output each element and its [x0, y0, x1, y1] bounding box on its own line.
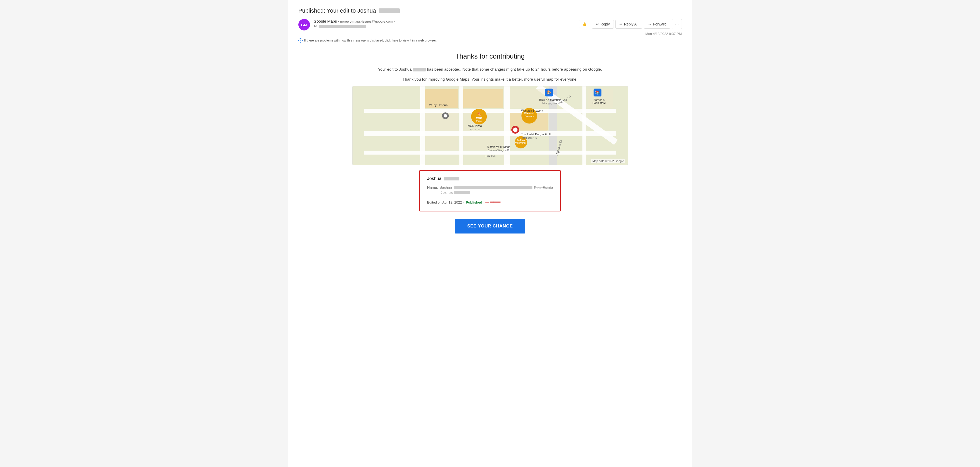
card-row: Joshua Name: Joshua Real Estate Joshua [352, 170, 628, 211]
svg-rect-11 [425, 113, 458, 130]
body-paragraph2: Thank you for improving Google Maps! You… [304, 76, 677, 83]
svg-text:Wasatch Brewery: Wasatch Brewery [521, 109, 543, 112]
email-body: Thanks for contributing Your edit to Jos… [298, 52, 682, 234]
reply-all-icon: ↩ [619, 22, 622, 26]
map-credit: Map data ©2022 Google [591, 159, 625, 163]
avatar: GM [298, 19, 310, 30]
svg-rect-13 [463, 89, 503, 108]
name-redacted-inline [413, 68, 426, 71]
to-label: To [313, 24, 317, 28]
reply-button[interactable]: ↩ Reply [592, 20, 614, 29]
sender-name: Google Maps [313, 19, 337, 23]
field-new-value: Joshua [441, 191, 553, 195]
svg-text:The Habit Burger Grill: The Habit Burger Grill [521, 132, 550, 136]
svg-text:Art supply store: Art supply store [541, 102, 559, 105]
forward-button[interactable]: → Forward [644, 20, 670, 29]
svg-text:21 by Urbana: 21 by Urbana [429, 103, 448, 106]
svg-rect-12 [425, 136, 458, 150]
field-old-value: Joshua Real Estate [440, 186, 553, 190]
more-button[interactable]: ··· [672, 19, 682, 29]
info-text: If there are problems with how this mess… [304, 39, 437, 42]
sender-info: Google Maps <noreply-maps-issues@google.… [313, 19, 395, 28]
header-right: 👍 ↩ Reply ↩ Reply All → Forward ··· [579, 19, 682, 36]
card-title: Joshua [427, 176, 553, 181]
sender-name-email: Google Maps <noreply-maps-issues@google.… [313, 19, 395, 24]
svg-text:Barnes &: Barnes & [593, 98, 605, 102]
arrow-indicator: ←━━━ [484, 199, 500, 206]
subject-text: Published: Your edit to Joshua [298, 7, 376, 14]
like-button[interactable]: 👍 [579, 20, 590, 29]
svg-text:📚: 📚 [595, 90, 600, 95]
more-icon: ··· [675, 21, 679, 27]
sender-section: GM Google Maps <noreply-maps-issues@goog… [298, 19, 395, 30]
reply-icon: ↩ [596, 22, 599, 26]
info-bar: i If there are problems with how this me… [298, 38, 682, 43]
svg-text:Pizza: Pizza [476, 120, 482, 122]
content-card: Joshua Name: Joshua Real Estate Joshua [419, 170, 561, 211]
svg-text:MOD: MOD [476, 116, 482, 119]
forward-icon: → [648, 22, 651, 26]
svg-rect-8 [364, 131, 616, 136]
svg-text:Pizza · $: Pizza · $ [470, 128, 480, 131]
body-paragraph1: Your edit to Joshua has been accepted. N… [304, 66, 677, 73]
svg-text:Wild Wings: Wild Wings [515, 141, 527, 144]
see-change-button[interactable]: SEE YOUR CHANGE [455, 219, 525, 234]
subject-redacted [379, 8, 400, 13]
svg-point-28 [513, 127, 517, 132]
svg-text:MOD Pizza: MOD Pizza [468, 124, 482, 127]
svg-text:Brewery: Brewery [525, 115, 534, 118]
body-heading: Thanks for contributing [304, 52, 677, 60]
timestamp: Mon 4/18/2022 9:37 PM [645, 32, 682, 36]
svg-text:Blick Art Materials: Blick Art Materials [539, 98, 561, 102]
svg-text:Wasatch: Wasatch [524, 112, 534, 114]
recipient-redacted [318, 25, 366, 28]
svg-text:🎨: 🎨 [546, 90, 551, 95]
svg-text:Buffalo Wild Wings: Buffalo Wild Wings [487, 145, 510, 148]
card-title-redacted [444, 177, 460, 180]
svg-text:🍕: 🍕 [476, 111, 481, 116]
svg-text:Hamburger · $: Hamburger · $ [521, 136, 537, 139]
email-container: Published: Your edit to Joshua GM Google… [288, 0, 692, 467]
email-subject: Published: Your edit to Joshua [298, 7, 682, 14]
map-container: 🍕 MOD Pizza Wasatch Brewery Buffalo Wild… [352, 86, 628, 165]
info-icon: i [298, 38, 302, 43]
email-header: GM Google Maps <noreply-maps-issues@goog… [298, 19, 682, 36]
map-svg: 🍕 MOD Pizza Wasatch Brewery Buffalo Wild… [353, 86, 628, 165]
svg-point-38 [444, 114, 447, 118]
to-line: To [313, 24, 395, 28]
svg-text:Elm Ave: Elm Ave [484, 154, 496, 157]
field-old-redacted [453, 186, 533, 189]
field-new-redacted [454, 191, 470, 194]
published-badge: Published [466, 200, 482, 204]
svg-text:Book store: Book store [592, 102, 606, 105]
action-buttons: 👍 ↩ Reply ↩ Reply All → Forward ··· [579, 19, 682, 29]
card-edited: Edited on Apr 18, 2022 · Published ←━━━ [427, 199, 553, 206]
like-icon: 👍 [582, 22, 587, 26]
svg-rect-7 [364, 109, 616, 113]
reply-all-button[interactable]: ↩ Reply All [616, 20, 642, 29]
card-field-name: Name: Joshua Real Estate Joshua [427, 186, 553, 195]
svg-text:Chicken Wings · $$: Chicken Wings · $$ [487, 149, 509, 152]
field-label: Name: [427, 186, 438, 190]
sender-email: <noreply-maps-issues@google.com> [338, 19, 395, 23]
